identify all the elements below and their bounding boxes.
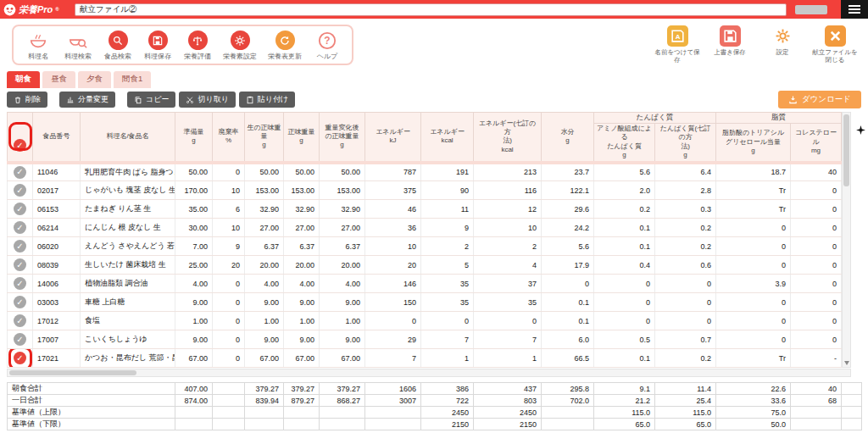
table-row: ✓08039生しいたけ 菌床栽培 生25.002020.0020.0020.00…	[8, 256, 842, 275]
cell-fat-triacyl: Tr	[716, 181, 791, 200]
copy-icon	[134, 96, 142, 104]
col-header-protein7[interactable]: たんぱく質(七訂の方 法) g	[655, 124, 716, 163]
summary-row: 基準値（上限）24502450115.0115.075.0	[8, 407, 862, 419]
cell-fat-triacyl: 0	[716, 312, 791, 330]
summary-row-label: 一日合計	[8, 395, 175, 407]
col-header-net-after[interactable]: 重量変化後 の正味重量 g	[320, 113, 365, 163]
save-as-icon: A	[667, 25, 688, 47]
cell-energy-kj: 7	[365, 349, 421, 368]
table-row: ✓17007こいくちしょうゆ9.0009.009.009.0029776.00.…	[8, 330, 842, 349]
horizontal-scrollbar[interactable]	[7, 369, 851, 377]
cut-button[interactable]: 切り取り	[179, 92, 235, 108]
col-header-waste[interactable]: 廃棄率 %	[213, 113, 245, 163]
cell-prep: 7.00	[175, 237, 213, 256]
toolbar-item-nutrition-eval[interactable]: 栄養評価	[183, 31, 212, 61]
cell-food-name: たまねぎ りん茎 生	[81, 200, 175, 219]
tab-dinner[interactable]: 夕食	[78, 71, 111, 88]
tab-lunch[interactable]: 昼食	[42, 71, 75, 88]
cell-energy-kcal7: 2	[474, 237, 542, 256]
cell-water: 0.1	[542, 293, 594, 312]
cell-energy-kcal7: 4	[474, 256, 542, 275]
cell-energy-kj: 0	[365, 312, 421, 330]
toolbar-item-overwrite-save[interactable]: 上書き保存	[707, 25, 753, 64]
row-checkbox[interactable]: ✓	[14, 221, 26, 234]
cell-energy-kj: 29	[365, 330, 421, 349]
row-checkbox[interactable]: ✓	[14, 166, 26, 179]
cell-energy-kcal7: 35	[474, 293, 542, 312]
col-header-food-name[interactable]: 料理名/食品名	[81, 113, 175, 163]
summary-cell-energy-kcal: 722	[421, 395, 474, 407]
col-header-energy-kj[interactable]: エネルギー kJ	[365, 113, 421, 163]
cell-net: 20.00	[284, 256, 320, 275]
toolbar-item-nutrient-settings[interactable]: 栄養素設定	[223, 31, 257, 61]
vertical-scrollbar-thumb[interactable]	[843, 114, 849, 186]
cell-food-code: 06214	[33, 219, 81, 237]
action-bar: 削除 分量変更 コピー 切り取り 貼り付け ダウンロード	[7, 91, 861, 108]
cell-food-name: にんじん 根 皮なし 生	[81, 219, 175, 237]
col-header-protein-aa[interactable]: アミノ酸組成による たんぱく質 g	[594, 124, 655, 163]
toolbar-item-dish-search[interactable]: 料理検索	[64, 31, 92, 61]
cell-net: 67.00	[284, 349, 320, 368]
cell-protein7: 0.2	[655, 349, 716, 368]
download-button[interactable]: ダウンロード	[778, 91, 861, 108]
col-header-prep[interactable]: 準備量 g	[175, 113, 213, 163]
summary-cell-energy-kcal: 386	[421, 383, 474, 395]
select-all-checkbox[interactable]: ✓	[14, 139, 26, 152]
vertical-scrollbar[interactable]	[842, 112, 851, 368]
row-select-cell: ✓	[8, 275, 33, 293]
cell-water: 66.5	[542, 349, 594, 368]
col-header-cholesterol[interactable]: コレステロール mg	[791, 124, 842, 163]
toolbar-item-food-search[interactable]: 食品検索	[103, 31, 132, 61]
row-checkbox[interactable]: ✓	[14, 240, 26, 253]
summary-table-body: 朝食合計407.00379.27379.27379.27160638643729…	[8, 383, 862, 430]
row-checkbox[interactable]: ✓	[14, 352, 26, 364]
cell-prep: 9.00	[175, 293, 213, 312]
row-checkbox[interactable]: ✓	[14, 296, 26, 308]
summary-cell-cholesterol: 68	[791, 395, 842, 407]
dish-save-icon	[148, 31, 168, 50]
cell-energy-kcal7: 1	[474, 349, 542, 368]
hamburger-menu-button[interactable]	[841, 0, 868, 19]
toolbar-item-save-as[interactable]: A名前をつけて保存	[654, 25, 700, 64]
tab-breakfast[interactable]: 朝食	[7, 71, 40, 88]
row-checkbox[interactable]: ✓	[14, 203, 26, 215]
delete-button[interactable]: 削除	[7, 92, 47, 108]
col-header-net[interactable]: 正味重量 g	[284, 113, 320, 163]
copy-button[interactable]: コピー	[127, 92, 175, 108]
change-amount-icon	[66, 96, 75, 104]
cell-water: 29.6	[542, 200, 594, 219]
row-checkbox[interactable]: ✓	[14, 277, 26, 290]
cell-energy-kj: 20	[365, 256, 421, 275]
col-header-water[interactable]: 水分 g	[542, 113, 594, 163]
paste-button[interactable]: 貼り付け	[239, 92, 295, 108]
col-header-energy-kcal7[interactable]: エネルギー(七訂の方 法) kcal	[474, 113, 542, 163]
toolbar-item-dish[interactable]: 料理名	[24, 31, 53, 61]
summary-cell-cholesterol: 40	[791, 383, 842, 395]
cell-food-code: 08039	[33, 256, 81, 275]
row-checkbox[interactable]: ✓	[14, 333, 26, 346]
summary-cell-prep: 874.00	[175, 395, 213, 407]
horizontal-scrollbar-thumb[interactable]	[9, 370, 136, 375]
row-checkbox[interactable]: ✓	[14, 258, 26, 271]
cell-waste: 0	[213, 349, 245, 368]
menu-file-name-input[interactable]	[75, 3, 787, 16]
tab-snack1[interactable]: 間食1	[114, 71, 151, 88]
summary-cell-prep	[175, 407, 213, 419]
toolbar-item-help[interactable]: ?ヘルプ	[313, 31, 342, 61]
col-header-fat-triacyl[interactable]: 脂肪酸のトリアシル グリセロール当量 g	[716, 124, 791, 163]
col-header-energy-kcal[interactable]: エネルギー kcal	[421, 113, 474, 163]
toolbar-item-nutrition-table-refresh[interactable]: 栄養表更新	[268, 31, 302, 61]
scroll-down-arrow-icon[interactable]	[844, 361, 849, 365]
col-header-food-code[interactable]: 食品番号	[33, 113, 81, 163]
toolbar-item-dish-save[interactable]: 料理保存	[143, 31, 172, 61]
meal-tabs: 朝食 昼食 夕食 間食1	[7, 71, 861, 88]
toolbar-item-close-file[interactable]: 献立ファイルを閉じる	[812, 25, 858, 64]
col-header-raw-net[interactable]: 生の正味重 量 g	[245, 113, 284, 163]
cell-net: 1.00	[284, 312, 320, 330]
toolbar-item-settings[interactable]: 設定	[760, 25, 805, 64]
cell-cholesterol: 0	[791, 312, 842, 330]
row-checkbox[interactable]: ✓	[14, 184, 26, 197]
row-checkbox[interactable]: ✓	[14, 314, 26, 327]
change-amount-button[interactable]: 分量変更	[59, 92, 115, 108]
cell-protein-aa: 0.2	[594, 200, 655, 219]
